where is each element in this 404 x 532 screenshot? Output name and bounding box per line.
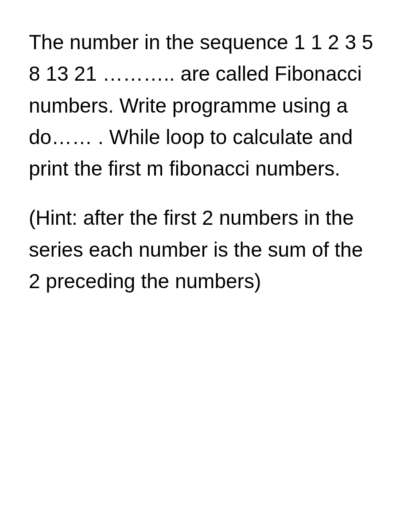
hint-paragraph: (Hint: after the first 2 numbers in the … [29, 202, 375, 297]
question-paragraph-1: The number in the sequence 1 1 2 3 5 8 1… [29, 27, 375, 184]
